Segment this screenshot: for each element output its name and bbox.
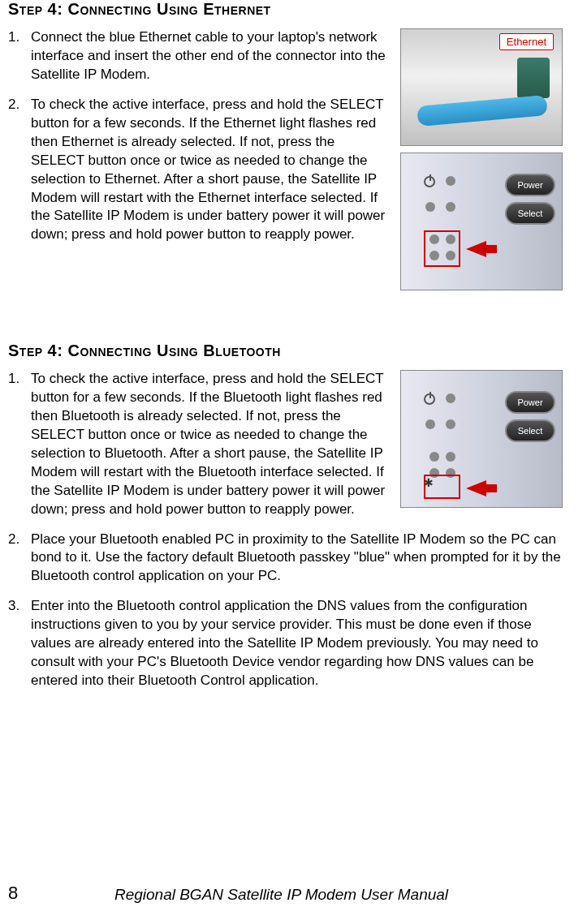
section-ethernet: Step 4: Connecting Using Ethernet Connec… (8, 0, 563, 297)
section-heading-ethernet: Step 4: Connecting Using Ethernet (8, 0, 563, 19)
section-heading-bluetooth: Step 4: Connecting Using Bluetooth (8, 342, 563, 360)
led-icon (425, 419, 435, 429)
ethernet-content: Connect the blue Ethernet cable to your … (8, 28, 563, 297)
led-icon (446, 176, 455, 186)
red-arrow-icon (466, 480, 486, 496)
led-icon (446, 393, 455, 403)
led-icon (446, 202, 455, 212)
bluetooth-step-3: Enter into the Bluetooth control applica… (8, 597, 563, 690)
bluetooth-step-2: Place your Bluetooth enabled PC in proxi… (8, 531, 563, 587)
bluetooth-images: Power Select ✱ (400, 370, 563, 531)
bluetooth-list-continued: Place your Bluetooth enabled PC in proxi… (8, 531, 563, 691)
ethernet-images: Ethernet Power Select (400, 28, 563, 297)
footer-manual-title: Regional BGAN Satellite IP Modem User Ma… (0, 886, 563, 904)
bluetooth-icon: ✱ (424, 476, 434, 489)
power-button-label: Power (505, 174, 555, 196)
ethernet-list: Connect the blue Ethernet cable to your … (8, 28, 388, 297)
red-arrow-icon (466, 241, 486, 257)
cable-connector-icon (517, 58, 550, 98)
red-arrow-tail-icon (485, 484, 497, 492)
bluetooth-list: To check the active interface, press and… (8, 370, 388, 531)
led-icon (446, 419, 455, 429)
led-icon (429, 234, 439, 244)
bluetooth-content: To check the active interface, press and… (8, 370, 563, 531)
led-icon (429, 251, 439, 260)
highlight-box-icon (424, 230, 460, 267)
select-button-label: Select (505, 419, 555, 442)
power-indicator-icon (424, 393, 435, 405)
ethernet-cable-image: Ethernet (400, 28, 563, 146)
led-icon (429, 452, 439, 462)
led-icon (446, 234, 455, 244)
power-indicator-icon (424, 176, 435, 187)
led-icon (446, 251, 455, 260)
ethernet-step-1: Connect the blue Ethernet cable to your … (8, 28, 388, 84)
modem-panel-image-1: Power Select (400, 153, 563, 290)
modem-panel-image-2: Power Select ✱ (400, 370, 563, 508)
section-bluetooth: Step 4: Connecting Using Bluetooth To ch… (8, 342, 563, 690)
power-button-label: Power (505, 391, 555, 414)
select-button-label: Select (505, 202, 555, 225)
ethernet-port-label: Ethernet (499, 33, 554, 50)
led-icon (425, 202, 435, 212)
red-arrow-tail-icon (485, 245, 497, 253)
led-icon (446, 452, 455, 462)
ethernet-step-2: To check the active interface, press and… (8, 96, 388, 245)
blue-cable-icon (417, 95, 548, 127)
bluetooth-step-1: To check the active interface, press and… (8, 370, 388, 519)
